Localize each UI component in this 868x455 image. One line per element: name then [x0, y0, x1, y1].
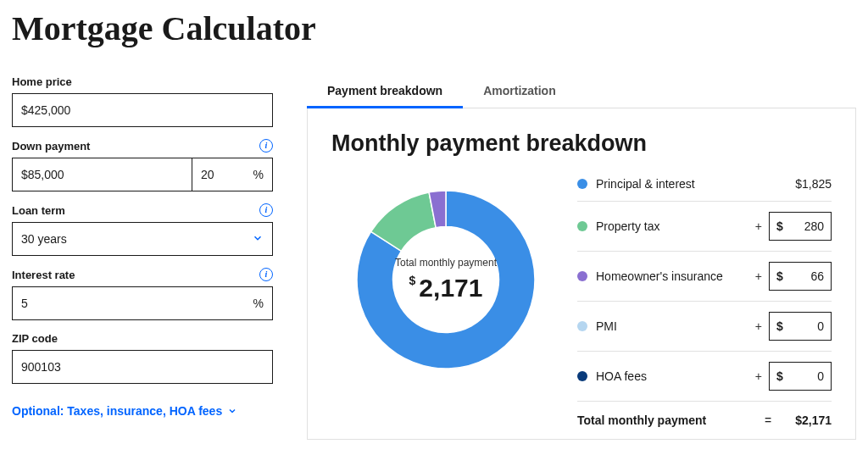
panel-heading: Monthly payment breakdown: [331, 130, 832, 157]
property-tax-value: 280: [788, 219, 824, 233]
insurance-input[interactable]: $ 66: [769, 262, 832, 291]
info-icon[interactable]: i: [259, 139, 273, 153]
zip-label: ZIP code: [12, 332, 58, 345]
breakdown-panel: Monthly payment breakdown Total monthly …: [307, 108, 856, 440]
tab-amortization[interactable]: Amortization: [463, 75, 576, 108]
pmi-input[interactable]: $ 0: [769, 312, 832, 341]
down-payment-label: Down payment: [12, 140, 90, 153]
legend-pi-label: Principal & interest: [596, 177, 695, 191]
dot-icon: [577, 221, 587, 231]
property-tax-input[interactable]: $ 280: [769, 212, 832, 241]
plus-icon: +: [755, 369, 762, 383]
chevron-down-icon: [227, 406, 237, 416]
down-payment-pct-input[interactable]: 20 %: [192, 158, 273, 191]
down-payment-pct-value: 20: [201, 168, 253, 181]
dot-icon: [577, 179, 587, 189]
tab-payment-breakdown[interactable]: Payment breakdown: [307, 75, 463, 108]
dollar-symbol: $: [776, 319, 783, 333]
equals-symbol: =: [765, 413, 771, 427]
plus-icon: +: [755, 219, 762, 233]
center-value: 2,171: [419, 274, 482, 302]
plus-icon: +: [755, 269, 762, 283]
legend-pi-value: $1,825: [795, 177, 832, 191]
hoa-value: 0: [788, 369, 824, 383]
interest-rate-input[interactable]: 5 %: [12, 286, 273, 320]
tabs: Payment breakdown Amortization: [307, 75, 856, 108]
chevron-down-icon: [252, 232, 264, 247]
info-icon[interactable]: i: [259, 203, 273, 217]
dot-icon: [577, 321, 587, 331]
insurance-value: 66: [788, 269, 824, 283]
loan-term-select[interactable]: 30 years: [12, 222, 273, 256]
dot-icon: [577, 271, 587, 281]
dollar-symbol: $: [776, 269, 783, 283]
percent-symbol: %: [253, 168, 264, 181]
legend: Principal & interest $1,825 Property tax…: [577, 174, 832, 430]
loan-term-value: 30 years: [21, 232, 67, 246]
legend-tax-label: Property tax: [596, 219, 659, 233]
hoa-input[interactable]: $ 0: [769, 362, 832, 391]
dollar-symbol: $: [776, 219, 783, 233]
total-row: Total monthly payment = $2,171: [577, 402, 832, 430]
donut-center: Total monthly payment $2,171: [395, 257, 497, 302]
input-form: Home price $425,000 Down payment i $85,0…: [12, 75, 273, 440]
info-icon[interactable]: i: [259, 268, 273, 281]
legend-pmi-label: PMI: [596, 319, 617, 333]
home-price-input[interactable]: $425,000: [12, 93, 273, 127]
zip-input[interactable]: 900103: [12, 350, 273, 384]
page-title: Mortgage Calculator: [12, 8, 856, 48]
dollar-symbol: $: [409, 274, 416, 287]
total-value: $2,171: [795, 413, 832, 427]
optional-fees-toggle[interactable]: Optional: Taxes, insurance, HOA fees: [12, 404, 237, 418]
home-price-label: Home price: [12, 75, 72, 88]
legend-ins-label: Homeowner's insurance: [596, 269, 723, 283]
total-label: Total monthly payment: [577, 413, 706, 427]
legend-hoa-label: HOA fees: [596, 369, 647, 383]
down-payment-input[interactable]: $85,000: [12, 158, 192, 191]
pmi-value: 0: [788, 319, 824, 333]
dot-icon: [577, 371, 587, 381]
optional-link-label: Optional: Taxes, insurance, HOA fees: [12, 404, 222, 418]
interest-rate-label: Interest rate: [12, 269, 75, 281]
percent-symbol: %: [253, 297, 264, 310]
center-label: Total monthly payment: [395, 257, 497, 269]
loan-term-label: Loan term: [12, 204, 65, 217]
dollar-symbol: $: [776, 369, 783, 383]
interest-rate-value: 5: [21, 297, 28, 310]
plus-icon: +: [755, 319, 762, 333]
